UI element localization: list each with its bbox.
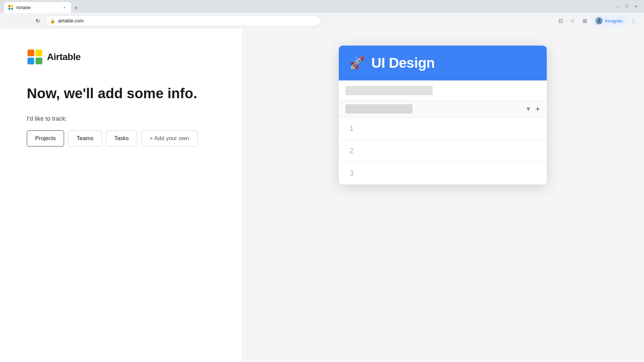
cast-icon[interactable]: ⊡ xyxy=(555,15,566,26)
forward-button[interactable]: → xyxy=(19,15,30,26)
lock-icon: 🔒 xyxy=(50,18,55,23)
tasks-button[interactable]: Tasks xyxy=(106,130,137,146)
menu-icon[interactable]: ⋮ xyxy=(628,15,639,26)
tab-favicon xyxy=(8,5,13,10)
profile-avatar: 👤 xyxy=(595,17,603,24)
main-area: Airtable Now, we'll add some info. I'd l… xyxy=(0,29,644,362)
refresh-button[interactable]: ↻ xyxy=(32,15,43,26)
browser-toolbar: ← → ↻ 🔒 airtable.com ⊡ ☆ ⊞ 👤 Incognito ⋮ xyxy=(0,13,644,29)
svg-rect-7 xyxy=(36,58,42,64)
logo-icon xyxy=(27,49,43,65)
preview-row-3: 3 xyxy=(339,162,547,185)
browser-chrome: Airtable × + — ❐ ✕ ← → xyxy=(0,0,644,29)
svg-rect-0 xyxy=(8,5,10,7)
preview-header: 🚀 UI Design xyxy=(339,46,547,80)
preview-row-2: 2 xyxy=(339,140,547,162)
airtable-logo: Airtable xyxy=(27,49,215,65)
window-controls: — ❐ ✕ xyxy=(613,2,640,10)
logo-text: Airtable xyxy=(47,52,80,62)
svg-rect-6 xyxy=(28,58,34,64)
preview-add-column-icon[interactable]: + xyxy=(535,104,540,114)
profile-button[interactable]: 👤 Incognito xyxy=(591,16,627,25)
profile-label: Incognito xyxy=(605,18,623,23)
left-panel: Airtable Now, we'll add some info. I'd l… xyxy=(0,29,241,362)
page-heading: Now, we'll add some info. xyxy=(27,85,215,102)
browser-titlebar: Airtable × + — ❐ ✕ xyxy=(0,0,644,13)
preview-search-bar xyxy=(345,86,433,95)
page-subheading: I'd like to track: xyxy=(27,115,215,122)
projects-button[interactable]: Projects xyxy=(27,130,64,146)
svg-rect-2 xyxy=(8,8,10,10)
back-button[interactable]: ← xyxy=(5,15,16,26)
toolbar-actions: ⊡ ☆ ⊞ 👤 Incognito ⋮ xyxy=(555,15,639,26)
add-own-button[interactable]: + Add your own xyxy=(141,130,198,146)
svg-rect-4 xyxy=(28,50,34,56)
minimize-button[interactable]: — xyxy=(613,2,621,10)
bookmark-icon[interactable]: ☆ xyxy=(567,15,578,26)
preview-searchbar-row xyxy=(339,80,547,101)
airtable-favicon-icon xyxy=(8,5,13,10)
right-panel: 🚀 UI Design ▼ + 1 2 xyxy=(241,29,644,362)
airtable-preview-card: 🚀 UI Design ▼ + 1 2 xyxy=(339,46,547,185)
preview-dropdown-icon: ▼ xyxy=(525,106,531,113)
preview-col-header-row: ▼ + xyxy=(339,101,547,117)
track-buttons-group: Projects Teams Tasks + Add your own xyxy=(27,130,215,146)
tab-title: Airtable xyxy=(16,5,31,10)
browser-tab[interactable]: Airtable × xyxy=(4,2,71,13)
maximize-button[interactable]: ❐ xyxy=(623,2,631,10)
extensions-icon[interactable]: ⊞ xyxy=(579,15,590,26)
teams-button[interactable]: Teams xyxy=(68,130,102,146)
tab-close-button[interactable]: × xyxy=(62,5,67,10)
preview-rocket-icon: 🚀 xyxy=(350,56,365,70)
preview-title: UI Design xyxy=(371,55,435,71)
tab-area: Airtable × + xyxy=(4,0,80,13)
address-text: airtable.com xyxy=(58,18,84,23)
preview-col-bar xyxy=(345,104,413,114)
address-bar[interactable]: 🔒 airtable.com xyxy=(46,15,321,26)
svg-rect-3 xyxy=(11,8,13,10)
svg-rect-5 xyxy=(36,50,42,56)
new-tab-button[interactable]: + xyxy=(71,3,80,13)
close-button[interactable]: ✕ xyxy=(632,2,640,10)
preview-row-1: 1 xyxy=(339,117,547,140)
svg-rect-1 xyxy=(11,5,13,7)
